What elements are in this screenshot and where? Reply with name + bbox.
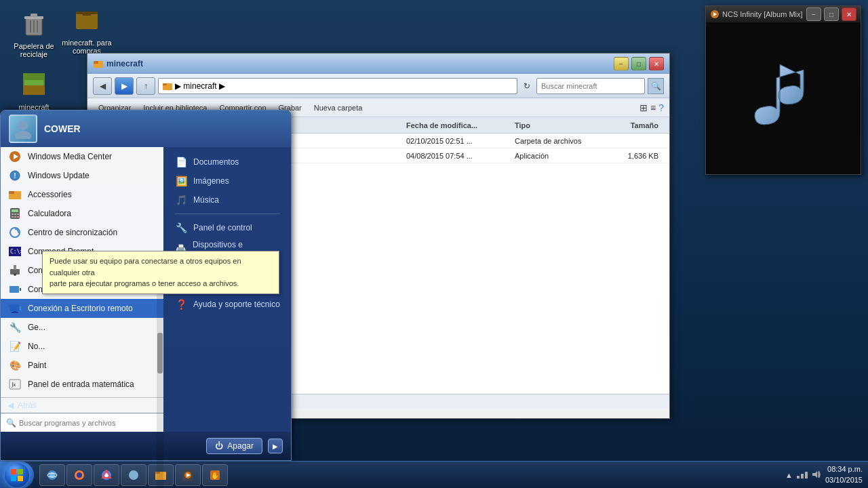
media-content [706, 22, 861, 174]
col-date-header: Fecha de modifica... [406, 121, 515, 129]
tray-time[interactable]: 08:34 p.m. 03/10/2015 [825, 464, 863, 485]
desktop-icon-minecraft-compras[interactable]: minecraft. para compras [60, 3, 114, 55]
svg-text:C:\>: C:\> [10, 249, 21, 255]
svg-rect-15 [163, 83, 167, 85]
row1-type: Carpeta de archivos [515, 137, 596, 145]
start-item-recortes[interactable]: ✂️ Recortes [1, 394, 163, 397]
taskbar-firefox[interactable] [66, 464, 92, 486]
svg-point-23 [15, 131, 31, 139]
svg-rect-50 [20, 306, 21, 310]
shutdown-button[interactable]: ⏻ Apagar [206, 438, 262, 454]
start-right-label: Música [193, 195, 219, 205]
forward-nav-button[interactable]: ▶ [115, 77, 134, 95]
svg-rect-13 [94, 61, 98, 64]
search-input[interactable] [536, 78, 645, 94]
conectarse-proyector-icon [7, 282, 22, 297]
svg-rect-31 [12, 209, 18, 212]
start-item-paint[interactable]: 🎨 Paint [1, 356, 163, 375]
address-folder-icon [163, 81, 172, 91]
start-right-imagenes[interactable]: 🖼️ Imágenes [163, 171, 291, 190]
svg-rect-36 [14, 216, 16, 218]
view-details[interactable]: ≡ [650, 102, 656, 113]
start-right-documentos[interactable]: 📄 Documentos [163, 152, 291, 171]
view-toggle[interactable]: ⊞ [639, 102, 648, 113]
desktop-icon-minecraft[interactable]: minecraft [7, 68, 61, 111]
close-button[interactable]: ✕ [649, 57, 664, 70]
start-right-label: Panel de control [193, 223, 252, 232]
minimize-button[interactable]: − [614, 57, 629, 70]
svg-rect-64 [18, 469, 23, 474]
chrome-icon [101, 470, 112, 481]
start-item-windows-update[interactable]: ! Windows Update [1, 166, 163, 185]
maximize-button[interactable]: □ [631, 57, 646, 70]
scroll-thumb[interactable] [157, 333, 163, 373]
start-item-centro-sincronizacion[interactable]: Centro de sincronización [1, 223, 163, 242]
start-item-label: Conexión a Escritorio remoto [28, 304, 133, 313]
taskbar-items: ✋ [37, 464, 780, 486]
refresh-button[interactable]: ↻ [520, 81, 534, 91]
tray-network-icon[interactable] [797, 470, 808, 480]
row2-type: Aplicación [515, 152, 596, 160]
calculadora-icon [7, 206, 22, 221]
start-item-calculadora[interactable]: Calculadora [1, 204, 163, 223]
taskbar-chrome[interactable] [94, 464, 119, 486]
back-nav-button[interactable]: ◀ [93, 77, 112, 95]
view-controls: ⊞ ≡ ? [639, 102, 664, 113]
new-folder-menu[interactable]: Nueva carpeta [309, 100, 368, 115]
start-search-input[interactable] [19, 419, 158, 427]
start-menu-footer: ⏻ Apagar ▶ [1, 432, 291, 460]
svg-rect-82 [797, 476, 800, 479]
svg-rect-63 [11, 469, 16, 474]
ie-icon [47, 470, 58, 481]
svg-rect-29 [9, 191, 14, 194]
start-right-musica[interactable]: 🎵 Música [163, 190, 291, 209]
media-minimize[interactable]: − [806, 7, 821, 21]
search-button[interactable]: 🔍 [648, 78, 664, 94]
start-button[interactable] [0, 462, 34, 489]
up-nav-button[interactable]: ↑ [136, 77, 155, 95]
shutdown-arrow-button[interactable]: ▶ [268, 439, 283, 453]
taskbar-app7[interactable]: ✋ [202, 464, 228, 486]
explorer-title: minecraft [106, 59, 611, 68]
svg-rect-2 [31, 14, 37, 17]
start-item-ge[interactable]: 🔧 Ge... [1, 318, 163, 337]
start-item-accessories[interactable]: Accessories [1, 185, 163, 204]
panel-control-icon: 🔧 [174, 221, 188, 235]
media-maximize[interactable]: □ [824, 7, 839, 21]
start-item-panel-entrada[interactable]: ∫x Panel de entrada matemática [1, 375, 163, 394]
start-item-label: Ge... [28, 323, 45, 332]
desktop-icon-recycle-bin[interactable]: Papelera de reciclaje [7, 7, 61, 58]
svg-rect-37 [17, 216, 19, 218]
svg-rect-43 [14, 265, 16, 270]
start-right-ayuda[interactable]: ❓ Ayuda y soporte técnico [163, 295, 291, 314]
windows-media-center-icon [7, 149, 22, 164]
user-name: COWER [44, 123, 81, 134]
start-right-panel-control[interactable]: 🔧 Panel de control [163, 218, 291, 237]
taskbar-browser4[interactable] [121, 464, 146, 486]
help-btn[interactable]: ? [658, 102, 664, 113]
taskbar-app7-icon: ✋ [210, 470, 220, 481]
command-prompt-icon: C:\> [7, 244, 22, 259]
tray-hide-button[interactable]: ▲ [785, 471, 793, 479]
taskbar-ie[interactable] [39, 464, 65, 486]
svg-rect-33 [14, 214, 16, 215]
media-title: NCS Infinity [Album Mix] [722, 10, 804, 18]
imagenes-icon: 🖼️ [174, 174, 188, 188]
back-arrow-icon: ◀ [7, 401, 14, 410]
svg-rect-66 [18, 476, 23, 481]
start-item-label: Panel de entrada matemática [28, 380, 134, 389]
back-button[interactable]: ◀ Atrás [1, 398, 163, 413]
documentos-icon: 📄 [174, 155, 188, 169]
start-item-no[interactable]: 📝 No... [1, 337, 163, 356]
tooltip-line1: Puede usar su equipo para conectarse a o… [50, 257, 241, 277]
start-item-conexion-escritorio-remoto[interactable]: Conexión a Escritorio remoto [1, 299, 163, 318]
ayuda-icon: ❓ [174, 298, 188, 311]
svg-point-74 [129, 470, 138, 480]
media-close[interactable]: ✕ [842, 7, 856, 21]
taskbar-media[interactable] [175, 464, 201, 486]
tray-volume-icon[interactable] [812, 470, 821, 480]
svg-rect-65 [11, 476, 16, 481]
start-item-windows-media-center[interactable]: Windows Media Center [1, 147, 163, 166]
start-item-label: No... [28, 342, 45, 351]
address-bar[interactable]: ▶ minecraft ▶ [158, 78, 517, 94]
